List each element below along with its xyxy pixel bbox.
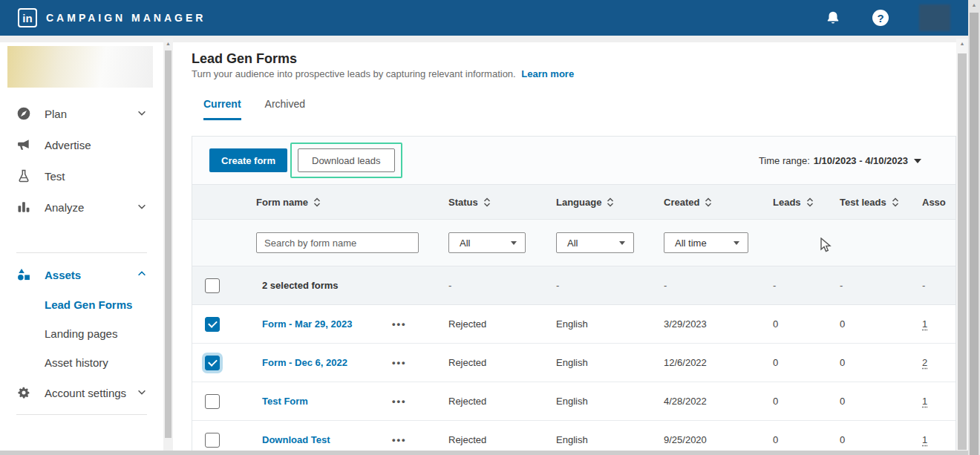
sidebar-item-asset-history[interactable]: Asset history <box>0 348 163 377</box>
account-info-redacted <box>7 46 153 88</box>
row-test-leads: 0 <box>834 434 918 445</box>
scrollbar-thumb[interactable] <box>970 13 979 455</box>
row-checkbox[interactable] <box>205 394 220 409</box>
row-overflow-menu-icon[interactable]: ••• <box>386 357 407 368</box>
row-associated-link[interactable]: 1 <box>918 396 927 407</box>
row-overflow-menu-icon[interactable]: ••• <box>386 318 407 330</box>
row-overflow-menu-icon[interactable]: ••• <box>386 434 407 445</box>
linkedin-logo-icon[interactable]: in <box>18 8 37 27</box>
row-language: English <box>550 396 658 407</box>
summary-language: - <box>550 280 658 291</box>
row-created: 3/29/2023 <box>658 318 767 330</box>
app-brand-title: CAMPAIGN MANAGER <box>46 12 206 24</box>
sidebar-item-lead-gen-forms[interactable]: Lead Gen Forms <box>0 290 163 319</box>
status-filter-dropdown[interactable]: All <box>448 232 526 253</box>
selection-summary-row: 2 selected forms - - - - - - <box>192 266 956 305</box>
time-range-value: 1/10/2023 - 4/10/2023 <box>814 155 908 166</box>
account-avatar[interactable] <box>919 4 950 31</box>
tab-bar: Current Archived <box>203 98 305 120</box>
table-filter-row: All All All time <box>192 220 956 266</box>
download-leads-button[interactable]: Download leads <box>298 148 395 172</box>
chevron-up-icon <box>137 269 147 281</box>
summary-created: - <box>658 280 767 291</box>
scroll-up-arrow-icon[interactable]: ▲ <box>956 41 968 46</box>
row-language: English <box>550 434 658 445</box>
column-header-language[interactable]: Language <box>550 197 658 208</box>
search-input[interactable] <box>256 232 419 253</box>
summary-status: - <box>442 280 550 291</box>
create-form-button[interactable]: Create form <box>209 148 287 172</box>
row-checkbox[interactable] <box>205 433 220 448</box>
summary-leads: - <box>767 280 834 291</box>
sidebar-label: Advertise <box>45 139 91 151</box>
chevron-down-icon <box>137 201 147 214</box>
sidebar-label: Analyze <box>45 201 84 214</box>
row-checkbox[interactable] <box>205 356 220 370</box>
scroll-up-arrow-icon[interactable]: ▲ <box>163 41 173 46</box>
sidebar-label: Plan <box>45 108 67 120</box>
content-scrollbar[interactable]: ▲ <box>163 39 173 451</box>
form-name-link[interactable]: Form - Mar 29, 2023 <box>256 318 352 330</box>
row-created: 4/28/2022 <box>658 396 767 407</box>
row-associated-link[interactable]: 2 <box>918 357 927 368</box>
download-leads-highlight-box: Download leads <box>290 143 402 178</box>
tab-archived[interactable]: Archived <box>265 98 305 120</box>
browser-scrollbar[interactable]: ▲ <box>968 0 980 455</box>
row-status: Rejected <box>442 396 550 407</box>
column-header-created[interactable]: Created <box>658 197 767 208</box>
language-filter-dropdown[interactable]: All <box>556 232 634 253</box>
sidebar-item-plan[interactable]: Plan <box>0 98 163 129</box>
caret-down-icon <box>734 241 739 245</box>
sort-icon <box>892 197 899 207</box>
chevron-down-icon <box>137 108 147 120</box>
page-title: Lead Gen Forms <box>192 51 297 67</box>
form-name-link[interactable]: Form - Dec 6, 2022 <box>256 357 347 368</box>
sidebar-item-analyze[interactable]: Analyze <box>0 192 163 223</box>
page-subtitle-text: Turn your audience into prospective lead… <box>192 68 516 79</box>
row-status: Rejected <box>442 357 550 368</box>
row-associated-link[interactable]: 1 <box>918 318 927 330</box>
row-leads: 0 <box>767 357 834 368</box>
sidebar-item-account-settings[interactable]: Account settings <box>0 377 163 408</box>
row-checkbox[interactable] <box>205 317 220 332</box>
column-header-associated[interactable]: Asso <box>918 197 956 208</box>
language-filter-value: All <box>567 238 578 249</box>
help-icon[interactable]: ? <box>872 9 889 27</box>
created-filter-dropdown[interactable]: All time <box>664 232 748 253</box>
tab-current[interactable]: Current <box>203 98 241 120</box>
summary-test-leads: - <box>834 280 918 291</box>
select-all-checkbox[interactable] <box>205 278 220 293</box>
main-content: Lead Gen Forms Turn your audience into p… <box>173 42 956 451</box>
page-subtitle: Turn your audience into prospective lead… <box>192 68 574 79</box>
sidebar-label: Lead Gen Forms <box>45 298 132 311</box>
scroll-up-arrow-icon[interactable]: ▲ <box>968 2 980 7</box>
time-range-label: Time range: <box>759 155 810 166</box>
sort-icon <box>806 197 814 207</box>
notifications-bell-icon[interactable] <box>824 9 842 27</box>
column-header-test-leads[interactable]: Test leads <box>834 197 918 208</box>
sidebar: Plan Advertise Test <box>0 42 163 451</box>
scrollbar-thumb[interactable] <box>958 53 967 450</box>
scrollbar-thumb[interactable] <box>165 50 172 438</box>
sidebar-item-test[interactable]: Test <box>0 160 163 192</box>
sidebar-item-assets[interactable]: Assets <box>0 259 163 290</box>
sidebar-label: Landing pages <box>45 327 117 340</box>
sidebar-item-landing-pages[interactable]: Landing pages <box>0 319 163 348</box>
column-header-leads[interactable]: Leads <box>767 197 834 208</box>
sort-icon <box>705 197 712 207</box>
form-name-link[interactable]: Download Test <box>256 434 330 445</box>
bar-chart-icon <box>16 200 31 215</box>
table-toolbar: Create form Download leads Time range: 1… <box>192 137 956 185</box>
row-associated-link[interactable]: 1 <box>918 434 927 445</box>
row-overflow-menu-icon[interactable]: ••• <box>386 396 407 407</box>
column-header-form-name[interactable]: Form name <box>256 197 386 208</box>
table-scrollbar[interactable]: ▲ <box>956 39 968 451</box>
form-name-link[interactable]: Test Form <box>256 396 308 407</box>
time-range-dropdown[interactable]: Time range: 1/10/2023 - 4/10/2023 <box>759 137 921 185</box>
created-filter-value: All time <box>675 238 707 249</box>
column-header-status[interactable]: Status <box>442 197 550 208</box>
sidebar-item-advertise[interactable]: Advertise <box>0 129 163 160</box>
sidebar-label: Account settings <box>45 387 126 399</box>
table-header-row: Form name Status Language <box>192 185 956 220</box>
learn-more-link[interactable]: Learn more <box>521 68 574 79</box>
